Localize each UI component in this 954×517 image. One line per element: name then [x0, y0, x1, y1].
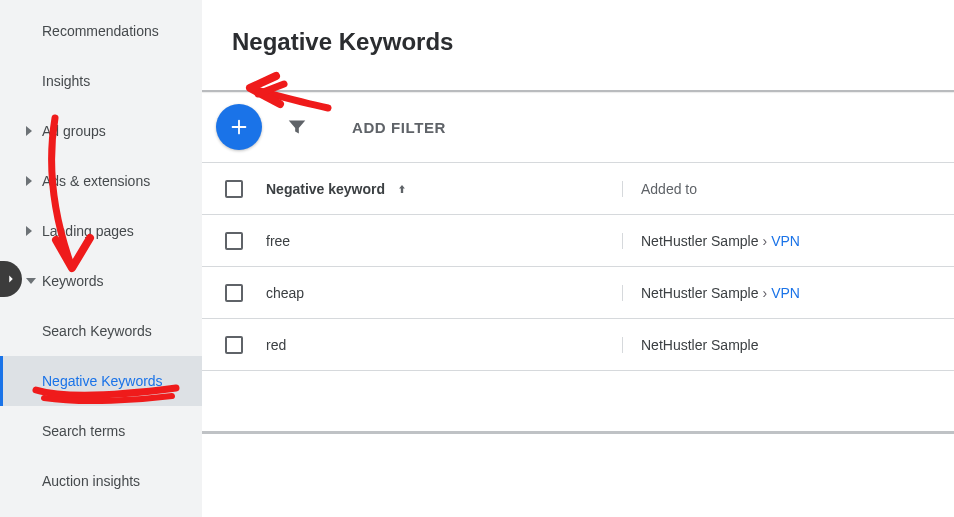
- sidebar-item-landing-pages[interactable]: Landing pages: [0, 206, 202, 256]
- filter-icon: [286, 116, 308, 138]
- sidebar-sub-search-keywords[interactable]: Search Keywords: [0, 306, 202, 356]
- column-label: Added to: [641, 181, 697, 197]
- caret-right-icon: [26, 226, 32, 236]
- add-button[interactable]: [216, 104, 262, 150]
- caret-down-icon: [26, 278, 36, 284]
- keyword-cell: red: [266, 337, 286, 353]
- filter-button[interactable]: [286, 116, 308, 138]
- added-to-cell: NetHustler Sample › VPN: [622, 233, 954, 249]
- keyword-cell: free: [266, 233, 290, 249]
- toolbar: ADD FILTER: [202, 92, 954, 162]
- sidebar-sub-label: Search terms: [42, 423, 125, 439]
- chevron-right-icon: [4, 272, 18, 286]
- page-title: Negative Keywords: [202, 16, 954, 74]
- path-leaf-link[interactable]: VPN: [771, 285, 800, 301]
- caret-right-icon: [26, 126, 32, 136]
- sidebar-item-label: Ad groups: [42, 123, 106, 139]
- path-root: NetHustler Sample: [641, 233, 759, 249]
- row-checkbox[interactable]: [225, 336, 243, 354]
- path-separator-icon: ›: [763, 233, 768, 249]
- sidebar-sub-search-terms[interactable]: Search terms: [0, 406, 202, 456]
- keywords-table: Negative keyword Added to free NetHustle…: [202, 162, 954, 371]
- divider: [202, 431, 954, 434]
- added-to-cell: NetHustler Sample: [622, 337, 954, 353]
- table-row: red NetHustler Sample: [202, 319, 954, 371]
- sidebar-sub-label: Auction insights: [42, 473, 140, 489]
- sidebar-sub-label: Negative Keywords: [42, 373, 163, 389]
- table-header: Negative keyword Added to: [202, 163, 954, 215]
- sidebar-item-recommendations[interactable]: Recommendations: [0, 6, 202, 56]
- add-filter-button[interactable]: ADD FILTER: [352, 119, 446, 136]
- sort-ascending-icon: [395, 182, 409, 196]
- path-root: NetHustler Sample: [641, 285, 759, 301]
- sidebar-item-ads-extensions[interactable]: Ads & extensions: [0, 156, 202, 206]
- table-row: cheap NetHustler Sample › VPN: [202, 267, 954, 319]
- column-header-added-to[interactable]: Added to: [622, 181, 954, 197]
- main-content: Negative Keywords ADD FILTER Negative ke…: [202, 0, 954, 517]
- row-checkbox[interactable]: [225, 232, 243, 250]
- sidebar-item-label: Recommendations: [42, 23, 159, 39]
- select-all-checkbox[interactable]: [225, 180, 243, 198]
- path-leaf-link[interactable]: VPN: [771, 233, 800, 249]
- sidebar-sub-auction-insights[interactable]: Auction insights: [0, 456, 202, 506]
- added-to-cell: NetHustler Sample › VPN: [622, 285, 954, 301]
- sidebar-sub-negative-keywords[interactable]: Negative Keywords: [0, 356, 202, 406]
- column-header-keyword[interactable]: Negative keyword: [266, 181, 622, 197]
- sidebar-item-keywords[interactable]: Keywords: [0, 256, 202, 306]
- sidebar-item-ad-groups[interactable]: Ad groups: [0, 106, 202, 156]
- sidebar-item-label: Landing pages: [42, 223, 134, 239]
- keyword-cell: cheap: [266, 285, 304, 301]
- sidebar-item-insights[interactable]: Insights: [0, 56, 202, 106]
- path-separator-icon: ›: [763, 285, 768, 301]
- caret-right-icon: [26, 176, 32, 186]
- sidebar-item-label: Insights: [42, 73, 90, 89]
- sidebar-item-label: Keywords: [42, 273, 103, 289]
- path-root: NetHustler Sample: [641, 337, 759, 353]
- plus-icon: [228, 116, 250, 138]
- sidebar-item-label: Ads & extensions: [42, 173, 150, 189]
- sidebar-sub-label: Search Keywords: [42, 323, 152, 339]
- column-label: Negative keyword: [266, 181, 385, 197]
- table-row: free NetHustler Sample › VPN: [202, 215, 954, 267]
- sidebar: Recommendations Insights Ad groups Ads &…: [0, 0, 202, 517]
- row-checkbox[interactable]: [225, 284, 243, 302]
